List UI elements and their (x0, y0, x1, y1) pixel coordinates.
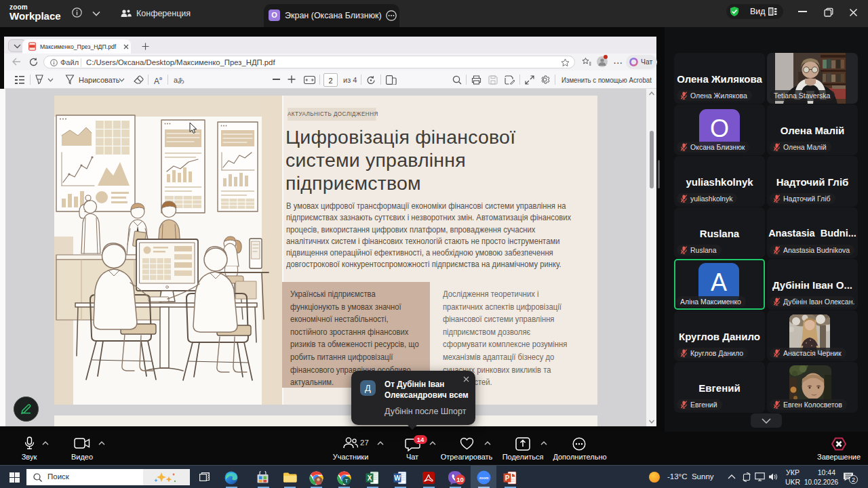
svg-text:X: X (368, 474, 372, 482)
svg-text:T: T (345, 478, 349, 484)
svg-text:P: P (505, 474, 510, 482)
svg-text:W: W (394, 474, 401, 482)
svg-text:zoom: zoom (479, 476, 489, 480)
